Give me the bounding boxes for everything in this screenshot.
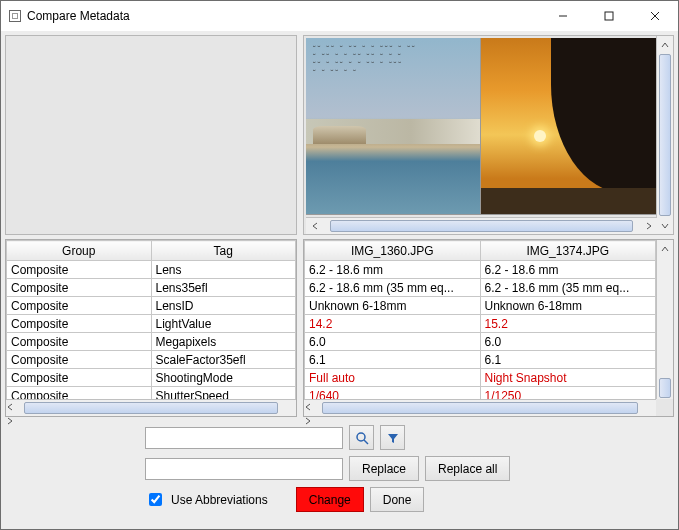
titlebar[interactable]: Compare Metadata [1, 1, 678, 31]
cell-value-a[interactable]: 6.0 [305, 333, 481, 351]
values-hscroll[interactable] [304, 399, 656, 416]
cell-group[interactable]: Composite [7, 387, 152, 400]
svg-point-4 [357, 433, 365, 441]
cell-group[interactable]: Composite [7, 261, 152, 279]
table-row[interactable]: 6.2 - 18.6 mm6.2 - 18.6 mm [305, 261, 656, 279]
scroll-thumb[interactable] [659, 54, 671, 216]
scroll-corner [656, 399, 673, 416]
cell-group[interactable]: Composite [7, 333, 152, 351]
cell-tag[interactable]: Megapixels [151, 333, 296, 351]
table-row[interactable]: 1/6401/1250 [305, 387, 656, 400]
table-row[interactable]: CompositeShootingMode [7, 369, 296, 387]
scroll-thumb[interactable] [24, 402, 278, 414]
cell-value-b[interactable]: Night Snapshot [480, 369, 656, 387]
use-abbreviations-label[interactable]: Use Abbreviations [171, 493, 268, 507]
svg-rect-1 [605, 12, 613, 20]
change-button[interactable]: Change [296, 487, 364, 512]
cell-tag[interactable]: ShootingMode [151, 369, 296, 387]
image-a[interactable]: ˘˘ ˘˘ ˘ ˘˘ ˘ ˘ ˘˘˘ ˘ ˘˘˘ ˘˘ ˘ ˘ ˘˘ ˘˘ ˘ … [306, 38, 481, 215]
close-button[interactable] [632, 1, 678, 31]
cell-value-a[interactable]: 14.2 [305, 315, 481, 333]
col-group[interactable]: Group [7, 241, 152, 261]
cell-tag[interactable]: LensID [151, 297, 296, 315]
scroll-left-icon[interactable] [306, 218, 323, 234]
cell-value-a[interactable]: Full auto [305, 369, 481, 387]
table-row[interactable]: CompositeShutterSpeed [7, 387, 296, 400]
table-row[interactable]: CompositeLightValue [7, 315, 296, 333]
cell-value-a[interactable]: 1/640 [305, 387, 481, 400]
controls: Replace Replace all Use Abbreviations Ch… [5, 421, 674, 520]
cell-tag[interactable]: ShutterSpeed [151, 387, 296, 400]
table-row[interactable]: 6.16.1 [305, 351, 656, 369]
use-abbreviations-checkbox[interactable] [149, 493, 162, 506]
cell-group[interactable]: Composite [7, 315, 152, 333]
cell-tag[interactable]: Lens [151, 261, 296, 279]
cell-tag[interactable]: Lens35efl [151, 279, 296, 297]
cell-group[interactable]: Composite [7, 369, 152, 387]
table-row[interactable]: Unknown 6-18mmUnknown 6-18mm [305, 297, 656, 315]
cell-value-a[interactable]: Unknown 6-18mm [305, 297, 481, 315]
cell-value-b[interactable]: 1/1250 [480, 387, 656, 400]
col-file-a[interactable]: IMG_1360.JPG [305, 241, 481, 261]
scroll-thumb[interactable] [322, 402, 638, 414]
window-controls [540, 1, 678, 31]
tag-table-hscroll[interactable] [6, 399, 296, 416]
cell-tag[interactable]: LightValue [151, 315, 296, 333]
cell-value-b[interactable]: 6.2 - 18.6 mm (35 mm eq... [480, 279, 656, 297]
image-comparison: ˘˘ ˘˘ ˘ ˘˘ ˘ ˘ ˘˘˘ ˘ ˘˘˘ ˘˘ ˘ ˘ ˘˘ ˘˘ ˘ … [306, 38, 657, 215]
values-vscroll[interactable] [656, 240, 673, 416]
window-title: Compare Metadata [27, 9, 130, 23]
scroll-thumb[interactable] [330, 220, 633, 232]
minimize-button[interactable] [540, 1, 586, 31]
replace-input[interactable] [145, 458, 343, 480]
table-row[interactable]: CompositeScaleFactor35efl [7, 351, 296, 369]
col-file-b[interactable]: IMG_1374.JPG [480, 241, 656, 261]
preview-vscroll[interactable] [656, 36, 673, 234]
done-button[interactable]: Done [370, 487, 425, 512]
cell-tag[interactable]: ScaleFactor35efl [151, 351, 296, 369]
search-button[interactable] [349, 425, 374, 450]
cell-value-a[interactable]: 6.2 - 18.6 mm (35 mm eq... [305, 279, 481, 297]
preview-hscroll[interactable] [306, 217, 657, 234]
replace-button[interactable]: Replace [349, 456, 419, 481]
tag-grid[interactable]: Group Tag CompositeLensCompositeLens35ef… [6, 240, 296, 399]
scroll-up-icon[interactable] [657, 240, 673, 257]
image-b[interactable] [480, 38, 657, 215]
values-table: IMG_1360.JPG IMG_1374.JPG 6.2 - 18.6 mm6… [303, 239, 674, 417]
table-row[interactable]: CompositeLens35efl [7, 279, 296, 297]
values-grid[interactable]: IMG_1360.JPG IMG_1374.JPG 6.2 - 18.6 mm6… [304, 240, 656, 399]
preview-pane-right: ˘˘ ˘˘ ˘ ˘˘ ˘ ˘ ˘˘˘ ˘ ˘˘˘ ˘˘ ˘ ˘ ˘˘ ˘˘ ˘ … [303, 35, 674, 235]
cell-value-a[interactable]: 6.1 [305, 351, 481, 369]
cell-value-b[interactable]: Unknown 6-18mm [480, 297, 656, 315]
tables-row: Group Tag CompositeLensCompositeLens35ef… [5, 239, 674, 417]
table-row[interactable]: CompositeLensID [7, 297, 296, 315]
filter-button[interactable] [380, 425, 405, 450]
col-tag[interactable]: Tag [151, 241, 296, 261]
scroll-right-icon[interactable] [6, 414, 296, 428]
cell-value-b[interactable]: 15.2 [480, 315, 656, 333]
svg-line-5 [364, 440, 368, 444]
cell-group[interactable]: Composite [7, 279, 152, 297]
preview-pane-left [5, 35, 297, 235]
search-input[interactable] [145, 427, 343, 449]
table-row[interactable]: 14.215.2 [305, 315, 656, 333]
scroll-thumb[interactable] [659, 378, 671, 398]
app-icon [9, 10, 21, 22]
scroll-down-icon[interactable] [657, 217, 673, 234]
scroll-right-icon[interactable] [304, 414, 656, 428]
cell-group[interactable]: Composite [7, 297, 152, 315]
scroll-up-icon[interactable] [657, 36, 673, 53]
cell-group[interactable]: Composite [7, 351, 152, 369]
table-row[interactable]: 6.06.0 [305, 333, 656, 351]
table-row[interactable]: Full autoNight Snapshot [305, 369, 656, 387]
cell-value-b[interactable]: 6.1 [480, 351, 656, 369]
cell-value-a[interactable]: 6.2 - 18.6 mm [305, 261, 481, 279]
scroll-right-icon[interactable] [640, 218, 657, 234]
cell-value-b[interactable]: 6.2 - 18.6 mm [480, 261, 656, 279]
maximize-button[interactable] [586, 1, 632, 31]
table-row[interactable]: 6.2 - 18.6 mm (35 mm eq...6.2 - 18.6 mm … [305, 279, 656, 297]
table-row[interactable]: CompositeMegapixels [7, 333, 296, 351]
cell-value-b[interactable]: 6.0 [480, 333, 656, 351]
table-row[interactable]: CompositeLens [7, 261, 296, 279]
replace-all-button[interactable]: Replace all [425, 456, 510, 481]
